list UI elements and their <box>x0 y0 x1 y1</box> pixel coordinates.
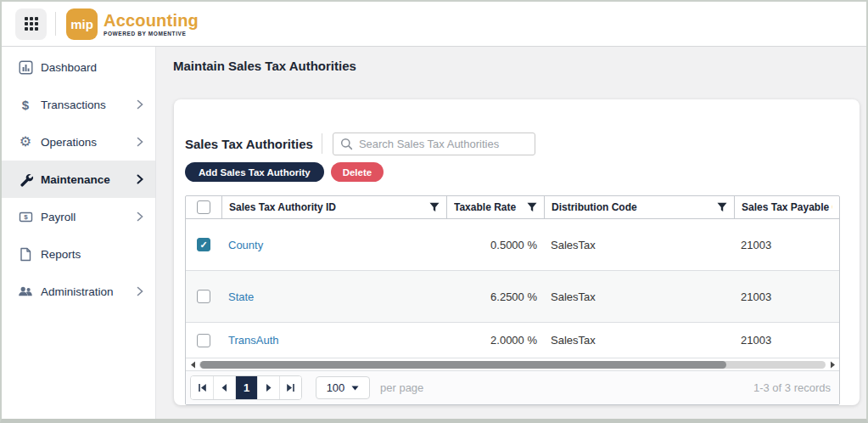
taxable-rate-value: 0.5000 % <box>446 219 544 270</box>
gl-account-value: 21003 <box>734 219 839 270</box>
sidebar-item-label: Reports <box>41 248 137 261</box>
sales-tax-grid: Sales Tax Authority ID Taxable Rate Dist… <box>185 195 840 405</box>
table-row[interactable]: County 0.5000 % SalesTax 21003 <box>186 219 839 271</box>
filter-icon[interactable] <box>429 202 440 212</box>
sidebar-item-label: Dashboard <box>41 61 137 74</box>
sidebar-item-maintenance[interactable]: Maintenance <box>2 161 155 198</box>
row-checkbox[interactable] <box>197 334 210 347</box>
panel-heading: Sales Tax Authorities <box>185 137 313 151</box>
sidebar-item-reports[interactable]: Reports <box>2 235 155 273</box>
row-checkbox[interactable] <box>197 238 210 251</box>
header-divider <box>55 12 56 36</box>
column-header-authority-id: Sales Tax Authority ID <box>229 201 424 213</box>
authority-id-link[interactable]: County <box>228 239 263 251</box>
wrench-icon <box>17 172 34 187</box>
search-icon <box>340 138 353 150</box>
filter-icon[interactable] <box>527 202 537 212</box>
last-page-button[interactable] <box>279 376 301 399</box>
app-name: Accounting <box>104 12 199 29</box>
sidebar-item-label: Operations <box>41 136 137 149</box>
add-sales-tax-authority-button[interactable]: Add Sales Tax Authority <box>185 162 324 182</box>
per-page-value: 100 <box>327 381 345 394</box>
sidebar-item-label: Maintenance <box>41 173 137 186</box>
per-page-label: per page <box>380 381 423 394</box>
search-input[interactable] <box>359 138 528 150</box>
brand-tagline: POWERED BY MOMENTIVE <box>104 31 199 37</box>
payroll-icon: $ <box>17 210 34 224</box>
grid-header-row: Sales Tax Authority ID Taxable Rate Dist… <box>186 196 839 219</box>
people-icon <box>17 285 34 297</box>
search-box[interactable] <box>333 133 535 155</box>
main-content: Maintain Sales Tax Authorities Sales Tax… <box>156 47 866 419</box>
chevron-right-icon <box>137 286 143 296</box>
dashboard-icon <box>17 60 34 75</box>
distribution-code-value: SalesTax <box>544 219 734 270</box>
chevron-right-icon <box>137 174 143 184</box>
mip-logo: mip <box>66 8 98 40</box>
sidebar-item-label: Transactions <box>41 99 137 111</box>
heading-divider <box>322 133 322 154</box>
sidebar-item-operations[interactable]: ⚙ Operations <box>2 123 155 161</box>
dropdown-arrow-icon <box>351 386 359 391</box>
distribution-code-value: SalesTax <box>544 271 734 322</box>
sidebar-item-transactions[interactable]: $ Transactions <box>2 86 155 123</box>
scroll-right-arrow-icon[interactable] <box>828 361 837 369</box>
brand-block: Accounting POWERED BY MOMENTIVE <box>104 12 199 37</box>
report-icon <box>17 247 34 262</box>
sidebar-item-dashboard[interactable]: Dashboard <box>2 48 155 86</box>
gl-account-value: 21003 <box>734 323 839 358</box>
gl-account-value: 21003 <box>734 271 839 322</box>
page-number-button[interactable]: 1 <box>235 376 257 399</box>
sidebar-item-administration[interactable]: Administration <box>2 273 155 310</box>
chevron-right-icon <box>137 99 143 110</box>
taxable-rate-value: 2.0000 % <box>446 323 544 358</box>
pager-buttons: 1 <box>190 375 302 400</box>
pager-bar: 1 100 per page <box>186 370 839 404</box>
taxable-rate-value: 6.2500 % <box>446 271 544 322</box>
next-page-button[interactable] <box>257 376 279 399</box>
top-header-bar: mip Accounting POWERED BY MOMENTIVE <box>2 2 866 47</box>
horizontal-scrollbar[interactable] <box>186 358 839 370</box>
scrollbar-track[interactable] <box>199 361 826 369</box>
filter-icon[interactable] <box>717 202 727 212</box>
row-checkbox[interactable] <box>197 290 210 303</box>
svg-text:$: $ <box>24 213 28 221</box>
records-summary: 1-3 of 3 records <box>753 381 831 394</box>
distribution-code-value: SalesTax <box>544 323 734 358</box>
sidebar-item-label: Administration <box>41 285 137 298</box>
column-header-distribution-code: Distribution Code <box>552 201 712 213</box>
first-page-button[interactable] <box>191 376 213 399</box>
sidebar-nav: Dashboard $ Transactions ⚙ Operations Ma… <box>2 47 156 419</box>
per-page-dropdown[interactable]: 100 <box>316 376 370 399</box>
select-all-checkbox[interactable] <box>197 200 210 214</box>
column-header-taxable-rate: Taxable Rate <box>454 201 522 213</box>
authority-id-link[interactable]: State <box>228 290 254 303</box>
dollar-icon: $ <box>17 98 34 112</box>
gear-icon: ⚙ <box>17 135 34 149</box>
sales-tax-panel: Sales Tax Authorities Add Sales Tax Auth… <box>174 99 860 405</box>
chevron-right-icon <box>137 212 143 222</box>
app-launcher-button[interactable] <box>15 8 47 40</box>
column-header-gl-account: Sales Tax Payable GL Acc <box>742 201 832 213</box>
scrollbar-thumb[interactable] <box>200 361 726 369</box>
authority-id-link[interactable]: TransAuth <box>228 334 279 347</box>
table-row[interactable]: TransAuth 2.0000 % SalesTax 21003 <box>186 323 839 358</box>
chevron-right-icon <box>137 137 143 147</box>
app-grid-icon <box>25 17 38 31</box>
delete-button[interactable]: Delete <box>331 162 384 182</box>
page-title: Maintain Sales Tax Authorities <box>173 59 866 74</box>
sidebar-item-payroll[interactable]: $ Payroll <box>2 198 155 235</box>
sidebar-item-label: Payroll <box>41 211 137 223</box>
scroll-left-arrow-icon[interactable] <box>188 361 197 369</box>
previous-page-button[interactable] <box>213 376 235 399</box>
app-window: mip Accounting POWERED BY MOMENTIVE Dash… <box>0 0 868 423</box>
table-row[interactable]: State 6.2500 % SalesTax 21003 <box>186 271 839 323</box>
